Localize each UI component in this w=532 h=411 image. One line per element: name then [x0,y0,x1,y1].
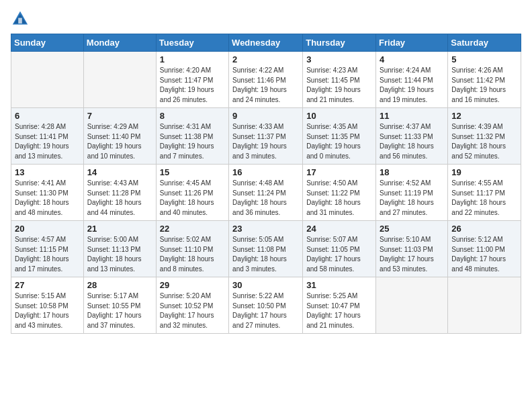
calendar-cell: 29Sunrise: 5:20 AM Sunset: 10:52 PM Dayl… [156,277,228,334]
calendar-day-header: Saturday [448,34,521,52]
day-detail: Sunrise: 4:55 AM Sunset: 11:17 PM Daylig… [451,179,517,218]
day-detail: Sunrise: 4:57 AM Sunset: 11:15 PM Daylig… [15,235,80,274]
calendar-week-row: 6Sunrise: 4:28 AM Sunset: 11:41 PM Dayli… [11,108,521,165]
calendar-cell: 2Sunrise: 4:22 AM Sunset: 11:46 PM Dayli… [229,52,303,108]
day-number: 20 [15,224,80,234]
calendar-cell: 6Sunrise: 4:28 AM Sunset: 11:41 PM Dayli… [11,108,84,165]
day-detail: Sunrise: 4:48 AM Sunset: 11:24 PM Daylig… [232,179,299,218]
day-number: 8 [160,111,225,121]
calendar-cell: 20Sunrise: 4:57 AM Sunset: 11:15 PM Dayl… [11,221,84,277]
day-number: 2 [232,54,299,64]
calendar-day-header: Tuesday [156,34,228,52]
calendar-cell: 17Sunrise: 4:50 AM Sunset: 11:22 PM Dayl… [303,165,376,221]
day-detail: Sunrise: 5:25 AM Sunset: 10:47 PM Daylig… [306,291,372,330]
day-number: 30 [232,280,299,290]
day-number: 31 [306,280,372,290]
calendar-header-row: SundayMondayTuesdayWednesdayThursdayFrid… [11,34,521,52]
day-number: 16 [232,167,299,177]
calendar-cell: 30Sunrise: 5:22 AM Sunset: 10:50 PM Dayl… [229,277,303,334]
day-detail: Sunrise: 5:10 AM Sunset: 11:03 PM Daylig… [380,235,444,274]
day-number: 6 [15,111,80,121]
calendar-day-header: Monday [83,34,156,52]
calendar-week-row: 20Sunrise: 4:57 AM Sunset: 11:15 PM Dayl… [11,221,521,277]
day-number: 7 [87,111,152,121]
day-detail: Sunrise: 5:07 AM Sunset: 11:05 PM Daylig… [306,235,372,274]
calendar-cell-empty [376,277,448,334]
day-detail: Sunrise: 5:00 AM Sunset: 11:13 PM Daylig… [87,235,152,274]
day-number: 12 [451,111,517,121]
day-detail: Sunrise: 5:05 AM Sunset: 11:08 PM Daylig… [232,235,299,274]
svg-rect-2 [18,18,22,24]
day-detail: Sunrise: 4:43 AM Sunset: 11:28 PM Daylig… [87,179,152,218]
day-detail: Sunrise: 5:20 AM Sunset: 10:52 PM Daylig… [160,291,225,330]
calendar-cell: 25Sunrise: 5:10 AM Sunset: 11:03 PM Dayl… [376,221,448,277]
day-number: 27 [15,280,80,290]
calendar-cell: 22Sunrise: 5:02 AM Sunset: 11:10 PM Dayl… [156,221,228,277]
day-detail: Sunrise: 4:35 AM Sunset: 11:35 PM Daylig… [306,122,372,161]
day-number: 22 [160,224,225,234]
day-detail: Sunrise: 4:26 AM Sunset: 11:42 PM Daylig… [451,66,517,105]
calendar-cell: 12Sunrise: 4:39 AM Sunset: 11:32 PM Dayl… [448,108,521,165]
calendar-week-row: 13Sunrise: 4:41 AM Sunset: 11:30 PM Dayl… [11,165,521,221]
calendar-cell-empty [83,52,156,108]
calendar-cell: 18Sunrise: 4:52 AM Sunset: 11:19 PM Dayl… [376,165,448,221]
calendar-table: SundayMondayTuesdayWednesdayThursdayFrid… [11,34,521,334]
logo [11,9,32,28]
day-detail: Sunrise: 5:12 AM Sunset: 11:00 PM Daylig… [451,235,517,274]
day-detail: Sunrise: 4:45 AM Sunset: 11:26 PM Daylig… [160,179,225,218]
day-detail: Sunrise: 5:17 AM Sunset: 10:55 PM Daylig… [87,291,152,330]
day-detail: Sunrise: 4:22 AM Sunset: 11:46 PM Daylig… [232,66,299,105]
calendar-cell: 26Sunrise: 5:12 AM Sunset: 11:00 PM Dayl… [448,221,521,277]
day-detail: Sunrise: 4:29 AM Sunset: 11:40 PM Daylig… [87,122,152,161]
day-number: 4 [380,54,444,64]
day-detail: Sunrise: 5:15 AM Sunset: 10:58 PM Daylig… [15,291,80,330]
day-number: 21 [87,224,152,234]
page: SundayMondayTuesdayWednesdayThursdayFrid… [0,0,532,411]
calendar-cell: 9Sunrise: 4:33 AM Sunset: 11:37 PM Dayli… [229,108,303,165]
header [11,7,521,28]
day-detail: Sunrise: 4:31 AM Sunset: 11:38 PM Daylig… [160,122,225,161]
calendar-cell: 16Sunrise: 4:48 AM Sunset: 11:24 PM Dayl… [229,165,303,221]
calendar-cell-empty [11,52,84,108]
calendar-week-row: 1Sunrise: 4:20 AM Sunset: 11:47 PM Dayli… [11,52,521,108]
calendar-cell: 8Sunrise: 4:31 AM Sunset: 11:38 PM Dayli… [156,108,228,165]
day-detail: Sunrise: 4:24 AM Sunset: 11:44 PM Daylig… [380,66,444,105]
day-number: 15 [160,167,225,177]
day-detail: Sunrise: 5:02 AM Sunset: 11:10 PM Daylig… [160,235,225,274]
calendar-cell: 21Sunrise: 5:00 AM Sunset: 11:13 PM Dayl… [83,221,156,277]
calendar-day-header: Thursday [303,34,376,52]
calendar-cell: 10Sunrise: 4:35 AM Sunset: 11:35 PM Dayl… [303,108,376,165]
day-number: 23 [232,224,299,234]
day-number: 13 [15,167,80,177]
day-number: 24 [306,224,372,234]
day-detail: Sunrise: 4:39 AM Sunset: 11:32 PM Daylig… [451,122,517,161]
calendar-cell: 5Sunrise: 4:26 AM Sunset: 11:42 PM Dayli… [448,52,521,108]
day-number: 29 [160,280,225,290]
day-number: 9 [232,111,299,121]
logo-icon [11,9,30,28]
day-number: 1 [160,54,225,64]
day-detail: Sunrise: 4:50 AM Sunset: 11:22 PM Daylig… [306,179,372,218]
day-number: 5 [451,54,517,64]
calendar-cell: 24Sunrise: 5:07 AM Sunset: 11:05 PM Dayl… [303,221,376,277]
calendar-cell: 3Sunrise: 4:23 AM Sunset: 11:45 PM Dayli… [303,52,376,108]
calendar-week-row: 27Sunrise: 5:15 AM Sunset: 10:58 PM Dayl… [11,277,521,334]
calendar-cell-empty [448,277,521,334]
calendar-cell: 7Sunrise: 4:29 AM Sunset: 11:40 PM Dayli… [83,108,156,165]
calendar-cell: 28Sunrise: 5:17 AM Sunset: 10:55 PM Dayl… [83,277,156,334]
day-detail: Sunrise: 4:52 AM Sunset: 11:19 PM Daylig… [380,179,444,218]
day-number: 3 [306,54,372,64]
calendar-cell: 27Sunrise: 5:15 AM Sunset: 10:58 PM Dayl… [11,277,84,334]
day-detail: Sunrise: 4:33 AM Sunset: 11:37 PM Daylig… [232,122,299,161]
day-number: 26 [451,224,517,234]
day-detail: Sunrise: 4:23 AM Sunset: 11:45 PM Daylig… [306,66,372,105]
calendar-cell: 14Sunrise: 4:43 AM Sunset: 11:28 PM Dayl… [83,165,156,221]
day-number: 11 [380,111,444,121]
day-detail: Sunrise: 5:22 AM Sunset: 10:50 PM Daylig… [232,291,299,330]
calendar-cell: 31Sunrise: 5:25 AM Sunset: 10:47 PM Dayl… [303,277,376,334]
day-number: 19 [451,167,517,177]
day-number: 28 [87,280,152,290]
calendar-day-header: Wednesday [229,34,303,52]
day-number: 10 [306,111,372,121]
day-number: 14 [87,167,152,177]
